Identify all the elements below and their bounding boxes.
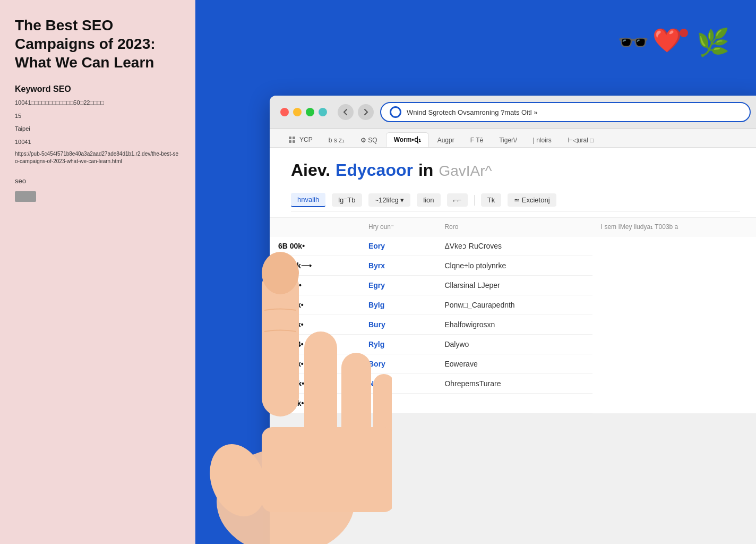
cell-col3-6: Eowerave: [436, 354, 592, 374]
toolbar-btn-lion[interactable]: lion: [417, 193, 440, 207]
tab-ycp-label: YCP: [299, 136, 313, 143]
table-row: 32 00k• Bury Ehalfowigrosxn: [270, 315, 756, 335]
tab-nloirs[interactable]: | nloirs: [526, 133, 559, 147]
cell-num-5: 17 004•: [270, 335, 360, 354]
page-title-part3: in: [418, 160, 433, 180]
page-title-part4: GavIAr^: [439, 163, 492, 180]
cell-num-3: 80 00k•: [270, 295, 360, 315]
toolbar-btn-tk-label: Tk: [487, 196, 495, 204]
cell-col2-8: [360, 394, 436, 413]
cell-col3-2: Cllarsinal LJeper: [436, 276, 592, 295]
col-header-num: [270, 218, 360, 236]
cell-col2-7: Nillv: [360, 374, 436, 394]
cell-col2-4: Bury: [360, 315, 436, 335]
table-header-row: Hry oun⁻ Roro I sem IMey iludya₁ T003b a: [270, 218, 756, 236]
tag-label: seo: [15, 177, 181, 185]
traffic-lights: [280, 108, 327, 116]
toolbar-btn-tk[interactable]: Tk: [481, 193, 501, 207]
toolbar-btn-excietonj[interactable]: ≃ Excietonj: [508, 193, 556, 207]
tab-bsz-label: b s z₁: [329, 137, 345, 144]
tab-sq-label: ⚙ SQ: [360, 137, 377, 144]
right-panel: 🕶️ ❤️ 🌿 Wnind S: [195, 0, 756, 544]
tag-box: [15, 191, 36, 202]
toolbar-btn-arrow[interactable]: ⌐⌐: [447, 193, 468, 207]
browser-tabs-bar: YCP b s z₁ ⚙ SQ Worm•ɖ₁ Augpr F Tē Tiger…: [270, 129, 756, 148]
tab-ural-label: ⊢◁ural □: [568, 137, 594, 144]
cell-col2-6: Bory: [360, 354, 436, 374]
page-title-part2: Edycaoor: [336, 160, 413, 180]
cell-col3-8: [436, 394, 592, 413]
toolbar-btn-12lifcg[interactable]: ~12lifcg ▾: [368, 193, 411, 207]
cell-col3-0: ΔVkeɔ RuCroves: [436, 236, 592, 256]
cell-num-1: 13 00k⟶: [270, 256, 360, 276]
table-row: 8F 00k•: [270, 394, 756, 413]
tab-bsz[interactable]: b s z₁: [321, 133, 352, 147]
tab-tiger[interactable]: Tiger\/: [492, 133, 525, 147]
cell-col3-7: OhrepemsTurare: [436, 374, 592, 394]
cell-col2-2: Egry: [360, 276, 436, 295]
back-button[interactable]: [338, 104, 354, 120]
toolbar-btn-lgtb[interactable]: lg⁻Tb: [332, 193, 362, 207]
cell-num-6: 32 00k•: [270, 354, 360, 374]
traffic-light-yellow[interactable]: [293, 108, 302, 116]
tab-augpr[interactable]: Augpr: [430, 133, 462, 147]
tab-sq[interactable]: ⚙ SQ: [353, 133, 385, 147]
traffic-light-red[interactable]: [280, 108, 289, 116]
cell-num-0: 6B 00k•: [270, 236, 360, 256]
toolbar-btn-arrow-label: ⌐⌐: [453, 196, 461, 204]
address-circle-icon: [390, 106, 401, 118]
meta-line-2: 15: [15, 112, 181, 121]
tab-ycp[interactable]: YCP: [280, 132, 320, 147]
tab-wormd[interactable]: Worm•ɖ₁: [386, 132, 429, 147]
toolbar-btn-lgtb-label: lg⁻Tb: [338, 196, 355, 204]
toolbar-btn-12lifcg-label: ~12lifcg ▾: [375, 196, 405, 204]
cell-num-2: 8I 00k•: [270, 276, 360, 295]
left-panel: The Best SEO Campaigns of 2023: What We …: [0, 0, 195, 544]
keyword-label: Keyword SEO: [15, 84, 181, 94]
address-text: Wnind Sgrotech Ovsamroning ?mats Oitl »: [407, 108, 741, 116]
browser-content: Aiev. Edycaoor in GavIAr^ hnvalih lg⁻Tb …: [270, 148, 756, 413]
toolbar-divider: [474, 195, 475, 206]
svg-rect-0: [289, 137, 291, 139]
svg-point-5: [200, 436, 276, 524]
traffic-light-green[interactable]: [306, 108, 314, 116]
browser-nav: [338, 104, 374, 120]
svg-rect-3: [293, 140, 295, 143]
cell-col3-4: Ehalfowigrosxn: [436, 315, 592, 335]
meta-line-1: 10041□□□□□□□□□□□□50□22□□□□: [15, 98, 181, 107]
tab-fte[interactable]: F Tē: [463, 133, 491, 147]
meta-line-4: 10041: [15, 138, 181, 147]
top-right-icons: 🕶️ ❤️ 🌿: [617, 29, 729, 56]
red-dot: [680, 29, 688, 37]
toolbar-btn-excietonj-label: ≃ Excietonj: [514, 196, 549, 204]
cell-num-4: 32 00k•: [270, 315, 360, 335]
table-row: 32 00k• Bory Eowerave: [270, 354, 756, 374]
cell-num-7: S0 00k•: [270, 374, 360, 394]
table-row: 17 004• Rylg Dalywo: [270, 335, 756, 354]
tab-wormd-label: Worm•ɖ₁: [394, 136, 421, 143]
table-row: 6B 00k• Eory ΔVkeɔ RuCroves: [270, 236, 756, 256]
toolbar-btn-lion-label: lion: [423, 196, 434, 204]
cell-col2-3: Bylg: [360, 295, 436, 315]
tab-ural[interactable]: ⊢◁ural □: [560, 133, 602, 147]
col-header-roro: Roro: [436, 218, 592, 236]
forward-button[interactable]: [358, 104, 374, 120]
page-header: Aiev. Edycaoor in GavIAr^ hnvalih lg⁻Tb …: [270, 148, 756, 218]
page-title-area: Aiev. Edycaoor in GavIAr^: [291, 160, 740, 180]
toolbar-btn-hnvalih[interactable]: hnvalih: [291, 193, 325, 207]
cell-col2-5: Rylg: [360, 335, 436, 354]
leaf-icon: 🌿: [697, 29, 729, 56]
toolbar-btn-hnvalih-label: hnvalih: [297, 196, 319, 203]
address-bar[interactable]: Wnind Sgrotech Ovsamroning ?mats Oitl »: [380, 102, 751, 122]
cell-col2-1: Byrx: [360, 256, 436, 276]
heart-icon: ❤️: [652, 29, 682, 52]
tab-fte-label: F Tē: [470, 137, 483, 144]
sunglasses-icon: 🕶️: [617, 30, 649, 55]
table-row: 80 00k• Bylg Ponw□_Caurapednth: [270, 295, 756, 315]
article-url: https://pub-5c454f571b8e40a3a2aad27ade84…: [15, 150, 181, 165]
tab-tiger-label: Tiger\/: [499, 137, 517, 144]
traffic-light-teal[interactable]: [319, 108, 327, 116]
page-title-part1: Aiev.: [291, 160, 330, 180]
browser-chrome: Wnind Sgrotech Ovsamroning ?mats Oitl »: [270, 96, 756, 129]
col-header-hry: Hry oun⁻: [360, 218, 436, 236]
